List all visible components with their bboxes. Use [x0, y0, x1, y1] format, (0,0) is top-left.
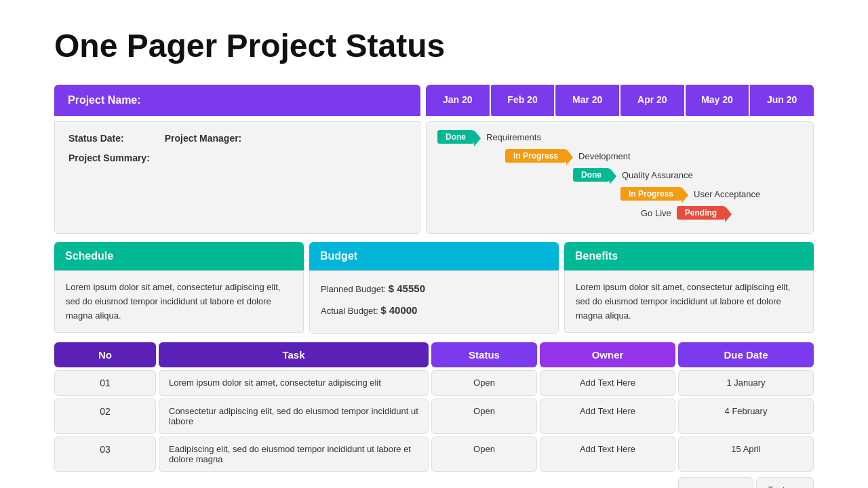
page-container: One Pager Project Status Project Name: J… — [0, 0, 868, 488]
actual-budget-line: Actual Budget: $ 40000 — [321, 302, 547, 319]
actual-budget-label: Actual Budget: — [321, 306, 378, 316]
th-duedate: Due Date — [678, 342, 814, 367]
gantt-row-1: Done Requirements — [437, 130, 802, 144]
task-row-1: 01 Lorem ipsum dolor sit amet, consectet… — [54, 370, 814, 396]
bottom-right: February Text Here — [54, 477, 814, 488]
actual-budget-amount: $ 40000 — [380, 304, 417, 316]
card-budget: Budget Planned Budget: $ 45550 Actual Bu… — [309, 242, 559, 334]
project-name-box: Project Name: — [54, 85, 420, 116]
th-no: No — [54, 342, 156, 367]
info-section: Status Date: Project Manager: Project Su… — [54, 121, 814, 234]
february-box: February — [678, 477, 753, 488]
project-manager-label: Project Manager: — [165, 133, 242, 144]
timeline-header: Jan 20 Feb 20 Mar 20 Apr 20 May 20 Jun 2… — [426, 85, 814, 116]
td-no-2: 02 — [54, 399, 156, 434]
timeline-col-4: Apr 20 — [620, 85, 686, 116]
td-owner-1: Add Text Here — [540, 370, 675, 396]
td-no-3: 03 — [54, 436, 156, 472]
td-duedate-2: 4 February — [678, 399, 814, 434]
cards-section: Schedule Lorem ipsum dolor sit amet, con… — [54, 242, 814, 334]
gantt-row-4: In Progress User Acceptance — [620, 187, 802, 201]
td-status-1: Open — [431, 370, 537, 396]
planned-budget-amount: $ 45550 — [389, 283, 425, 294]
td-status-3: Open — [431, 436, 537, 472]
card-schedule-body: Lorem ipsum dolor sit amet, consectetur … — [54, 270, 304, 333]
info-left: Status Date: Project Manager: Project Su… — [54, 121, 420, 234]
page-title: One Pager Project Status — [54, 27, 814, 64]
project-name-label: Project Name: — [68, 94, 141, 106]
td-status-2: Open — [431, 399, 537, 434]
card-budget-body: Planned Budget: $ 45550 Actual Budget: $… — [309, 270, 559, 334]
project-summary-label: Project Summary: — [68, 152, 150, 163]
gantt-label-2: Development — [578, 151, 631, 161]
task-table: No Task Status Owner Due Date 01 Lorem i… — [54, 342, 814, 472]
card-schedule-header: Schedule — [54, 242, 304, 270]
badge-done-2: Done — [573, 168, 610, 182]
gantt-label-1: Requirements — [486, 132, 541, 142]
card-budget-header: Budget — [309, 242, 559, 270]
status-date-label: Status Date: — [68, 133, 124, 144]
badge-pending-1: Pending — [677, 206, 725, 220]
badge-inprogress-2: In Progress — [620, 187, 682, 201]
card-benefits: Benefits Lorem ipsum dolor sit amet, con… — [564, 242, 814, 334]
planned-budget-line: Planned Budget: $ 45550 — [321, 281, 547, 297]
timeline-col-2: Feb 20 — [491, 85, 556, 116]
task-row-3: 03 Eadipiscing elit, sed do eiusmod temp… — [54, 436, 814, 472]
gantt-row-5: Go Live Pending — [641, 206, 802, 220]
td-task-2: Consectetur adipiscing elit, sed do eius… — [159, 399, 429, 434]
td-duedate-1: 1 January — [678, 370, 814, 396]
gantt-area: Done Requirements In Progress Developmen… — [437, 130, 802, 225]
gantt-label-4: User Acceptance — [694, 189, 760, 199]
timeline-col-5: May 20 — [686, 85, 751, 116]
timeline-col-6: Jun 20 — [750, 85, 814, 116]
card-schedule: Schedule Lorem ipsum dolor sit amet, con… — [54, 242, 304, 334]
gantt-label-3: Quality Assurance — [622, 170, 693, 180]
gantt-row-3: Done Quality Assurance — [573, 168, 802, 182]
badge-done-1: Done — [437, 130, 474, 144]
td-no-1: 01 — [54, 370, 156, 396]
text-here-text: Text Here — [768, 485, 802, 488]
th-status: Status — [431, 342, 537, 367]
timeline-col-3: Mar 20 — [555, 85, 620, 116]
gantt-label-5-prefix: Go Live — [641, 208, 671, 218]
td-duedate-3: 15 April — [678, 436, 814, 472]
td-owner-2: Add Text Here — [540, 399, 675, 434]
planned-budget-label: Planned Budget: — [321, 284, 386, 294]
top-section: Project Name: Jan 20 Feb 20 Mar 20 Apr 2… — [54, 85, 814, 116]
timeline-col-1: Jan 20 — [426, 85, 491, 116]
th-task: Task — [159, 342, 429, 367]
bottom-section: February Text Here — [54, 477, 814, 488]
task-header-row: No Task Status Owner Due Date — [54, 342, 814, 367]
th-owner: Owner — [540, 342, 675, 367]
td-task-1: Lorem ipsum dolor sit amet, consectetur … — [159, 370, 429, 396]
text-here-box: Text Here — [756, 477, 814, 488]
card-benefits-header: Benefits — [564, 242, 814, 270]
gantt-chart-area: Done Requirements In Progress Developmen… — [426, 121, 814, 234]
card-benefits-body: Lorem ipsum dolor sit amet, consectetur … — [564, 270, 814, 333]
td-task-3: Eadipiscing elit, sed do eiusmod tempor … — [159, 436, 429, 472]
task-row-2: 02 Consectetur adipiscing elit, sed do e… — [54, 399, 814, 434]
td-owner-3: Add Text Here — [540, 436, 675, 472]
badge-inprogress-1: In Progress — [505, 149, 566, 163]
gantt-row-2: In Progress Development — [505, 149, 802, 163]
